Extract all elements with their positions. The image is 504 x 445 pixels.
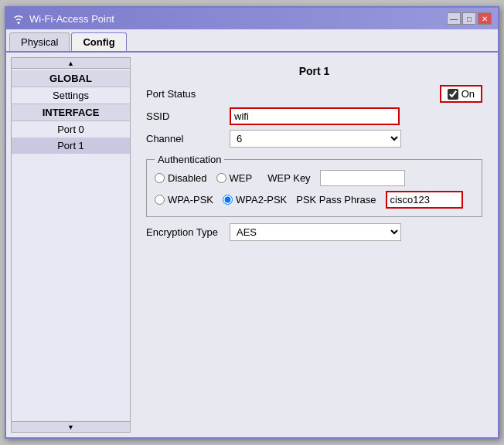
- port-title: Port 1: [146, 65, 482, 77]
- auth-wep-radio[interactable]: [216, 173, 226, 183]
- close-button[interactable]: ✕: [478, 12, 492, 25]
- channel-label: Channel: [146, 133, 223, 144]
- port-status-label: Port Status: [146, 88, 196, 100]
- tab-config[interactable]: Config: [71, 32, 126, 51]
- auth-wep-label[interactable]: WEP: [216, 172, 253, 184]
- sidebar-interface-header: INTERFACE: [12, 104, 130, 121]
- sidebar-content: GLOBAL Settings INTERFACE Port 0 Port 1: [12, 69, 130, 421]
- sidebar-item-port0[interactable]: Port 0: [12, 121, 130, 138]
- wep-key-input[interactable]: [320, 170, 405, 186]
- status-checkbox-container: On: [440, 85, 482, 103]
- title-bar-left: Wi-Fi-Access Point: [12, 12, 114, 25]
- title-buttons: — □ ✕: [447, 12, 492, 25]
- wep-key-label: WEP Key: [267, 172, 310, 184]
- auth-wpa2psk-radio[interactable]: [223, 195, 233, 205]
- psk-label: PSK Pass Phrase: [296, 194, 376, 206]
- auth-row-1: Disabled WEP WEP Key: [155, 170, 474, 186]
- wifi-icon: [12, 12, 25, 25]
- tab-physical[interactable]: Physical: [9, 32, 70, 51]
- channel-select[interactable]: 6: [230, 130, 401, 148]
- tab-bar: Physical Config: [6, 29, 498, 53]
- ssid-label: SSID: [146, 110, 223, 122]
- window-title: Wi-Fi-Access Point: [29, 13, 114, 25]
- sidebar-global-header: GLOBAL: [12, 70, 130, 87]
- title-bar: Wi-Fi-Access Point — □ ✕: [6, 8, 498, 29]
- auth-disabled-radio[interactable]: [155, 173, 165, 183]
- main-content: ▲ GLOBAL Settings INTERFACE Port 0 Port …: [6, 53, 498, 437]
- ssid-input[interactable]: [230, 107, 400, 125]
- auth-wpapsk-label[interactable]: WPA-PSK: [155, 194, 213, 206]
- sidebar-item-port1[interactable]: Port 1: [12, 138, 130, 154]
- status-on-label: On: [461, 88, 475, 100]
- channel-row: Channel 6: [146, 130, 482, 148]
- psk-input[interactable]: [386, 191, 463, 209]
- minimize-button[interactable]: —: [447, 12, 461, 25]
- encryption-row: Encryption Type AES: [146, 223, 482, 241]
- restore-button[interactable]: □: [462, 12, 476, 25]
- sidebar-scroll-up[interactable]: ▲: [12, 58, 130, 69]
- auth-row-2: WPA-PSK WPA2-PSK PSK Pass Phrase: [155, 191, 474, 209]
- sidebar-item-settings[interactable]: Settings: [12, 87, 130, 104]
- main-window: Wi-Fi-Access Point — □ ✕ Physical Config…: [5, 6, 499, 439]
- ssid-row: SSID: [146, 107, 482, 125]
- auth-wpapsk-radio[interactable]: [155, 195, 165, 205]
- content-panel: Port 1 Port Status On SSID Channel 6: [135, 57, 493, 433]
- encryption-label: Encryption Type: [146, 226, 223, 238]
- encryption-select[interactable]: AES: [230, 223, 401, 241]
- auth-fieldset: Authentication Disabled WEP WEP Key: [146, 154, 482, 217]
- auth-legend: Authentication: [155, 154, 224, 165]
- port-status-row: Port Status On: [146, 85, 482, 103]
- auth-disabled-label[interactable]: Disabled: [155, 172, 207, 184]
- auth-wpa2psk-label[interactable]: WPA2-PSK: [223, 194, 287, 206]
- sidebar-scroll-down[interactable]: ▼: [12, 421, 130, 432]
- port-status-checkbox[interactable]: [448, 89, 458, 100]
